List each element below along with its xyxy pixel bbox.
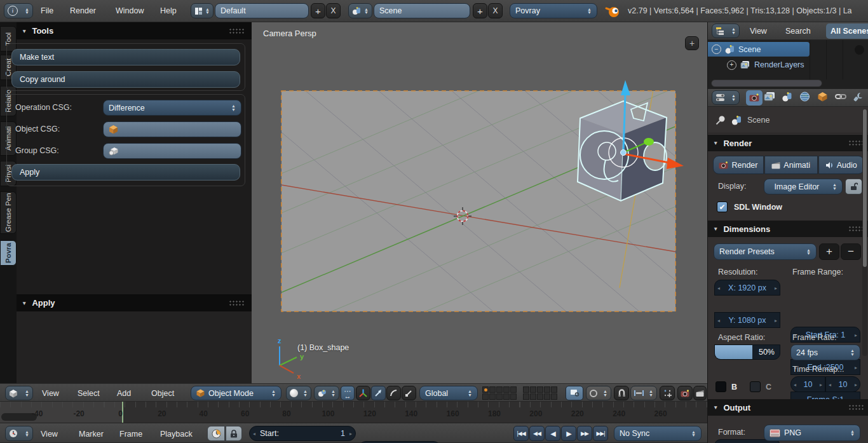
- info-editor-selector[interactable]: i ▲▼: [4, 3, 33, 18]
- menu-file[interactable]: File: [41, 6, 53, 15]
- increment-icon[interactable]: ▸: [775, 285, 777, 290]
- tools-panel-header[interactable]: ▼ Tools: [17, 22, 252, 39]
- sdl-window-row[interactable]: ✔ SDL Window: [717, 201, 782, 212]
- timeline-ruler[interactable]: -40-20 020 4060 80100 120140 160180 2002…: [0, 402, 707, 423]
- tab-render[interactable]: [746, 90, 763, 106]
- opengl-render-anim-button[interactable]: [693, 386, 707, 400]
- operation-csg-dropdown[interactable]: Difference ▲▼: [103, 100, 241, 116]
- snap-element-dropdown[interactable]: ▲▼: [630, 386, 657, 400]
- translate-manipulator-button[interactable]: [371, 386, 386, 400]
- timeline-view-menu[interactable]: View: [41, 430, 58, 439]
- properties-scrollbar-thumb[interactable]: [863, 109, 867, 267]
- resolution-x-field[interactable]: ◂ X: 1920 px ▸: [714, 280, 780, 296]
- next-keyframe-button[interactable]: ▶▶: [577, 426, 592, 441]
- snap-toggle-button[interactable]: [614, 386, 629, 400]
- menu-help[interactable]: Help: [160, 6, 177, 15]
- add-layout-button[interactable]: +: [311, 3, 325, 18]
- render-still-button[interactable]: Render: [713, 156, 764, 174]
- viewport-3d[interactable]: z y x Camera Persp (1) Box_shape +: [252, 22, 707, 383]
- play-reverse-button[interactable]: ◀: [545, 426, 560, 441]
- decrement-icon[interactable]: ◂: [253, 431, 255, 437]
- tab-world[interactable]: [799, 92, 810, 102]
- layer-cell-active[interactable]: [482, 386, 489, 393]
- display-lock-button[interactable]: [845, 179, 862, 194]
- object-menu-3d[interactable]: Object: [151, 389, 174, 398]
- border-checkbox[interactable]: [715, 381, 726, 392]
- crop-checkbox[interactable]: [750, 381, 761, 392]
- tab-grease-pencil[interactable]: Grease Pen: [0, 191, 17, 234]
- remap-new-field[interactable]: ◂ 10 ▸: [825, 376, 860, 392]
- decrement-icon[interactable]: ◂: [829, 381, 831, 387]
- prev-keyframe-button[interactable]: ◀◀: [529, 426, 545, 441]
- add-preset-button[interactable]: +: [819, 243, 839, 260]
- menu-window[interactable]: Window: [116, 6, 144, 15]
- render-panel-header[interactable]: ▼ Render: [708, 135, 868, 151]
- lock-frame-button[interactable]: [226, 426, 242, 441]
- viewport-shading-dropdown[interactable]: ▲▼: [286, 386, 311, 400]
- display-dropdown[interactable]: Image Editor ▲▼: [764, 179, 843, 194]
- screen-layout-selector[interactable]: ▲▼: [191, 3, 214, 18]
- tab-modifiers[interactable]: [853, 92, 864, 102]
- jump-to-end-button[interactable]: ▶▶|: [593, 426, 608, 441]
- resolution-y-field[interactable]: ◂ Y: 1080 px ▸: [714, 312, 780, 328]
- sync-mode-dropdown[interactable]: No Sync ▲▼: [614, 426, 702, 441]
- dimensions-panel-header[interactable]: ▼ Dimensions: [708, 221, 868, 237]
- proportional-edit-dropdown[interactable]: ▲▼: [586, 386, 611, 400]
- remove-preset-button[interactable]: −: [841, 243, 861, 260]
- properties-editor-selector[interactable]: ▲▼: [712, 90, 740, 105]
- layers-group-2[interactable]: [523, 386, 558, 400]
- tab-object[interactable]: [817, 92, 828, 102]
- close-scene-button[interactable]: X: [488, 3, 503, 18]
- scene-name-field[interactable]: Scene: [374, 3, 470, 18]
- tab-constraints[interactable]: [835, 92, 846, 102]
- opengl-render-still-button[interactable]: [677, 386, 693, 400]
- pivot-point-dropdown[interactable]: ▲▼: [314, 386, 339, 400]
- increment-icon[interactable]: ▸: [855, 381, 857, 387]
- timeline-playback-menu[interactable]: Playback: [160, 430, 193, 439]
- select-menu-3d[interactable]: Select: [78, 389, 100, 398]
- scale-manipulator-button[interactable]: [402, 386, 416, 400]
- outliner-row-scene[interactable]: − Scene: [708, 42, 810, 57]
- sdl-checkbox[interactable]: ✔: [717, 201, 728, 212]
- decrement-icon[interactable]: ◂: [717, 317, 720, 323]
- scene-selector[interactable]: ▲▼: [348, 3, 372, 18]
- outliner-view-menu[interactable]: View: [750, 27, 767, 36]
- tab-render-layers[interactable]: [764, 92, 775, 102]
- restrict-render-toggle[interactable]: [855, 45, 864, 55]
- menu-render[interactable]: Render: [70, 6, 96, 15]
- expand-icon[interactable]: +: [727, 60, 736, 70]
- increment-icon[interactable]: ▸: [775, 317, 777, 323]
- tab-scene[interactable]: [782, 92, 792, 102]
- rotate-manipulator-button[interactable]: [386, 386, 401, 400]
- apply-csg-button[interactable]: Apply: [11, 164, 240, 181]
- increment-icon[interactable]: ▸: [855, 364, 857, 370]
- increment-icon[interactable]: ▸: [349, 431, 352, 437]
- timeline-editor-selector[interactable]: ▲▼: [5, 426, 33, 441]
- outliner-editor-selector[interactable]: ▲▼: [712, 24, 740, 38]
- outliner-filter-dropdown[interactable]: All Scenes: [826, 24, 868, 39]
- close-layout-button[interactable]: X: [326, 3, 341, 18]
- increment-icon[interactable]: ▸: [855, 332, 857, 337]
- object-csg-field[interactable]: [103, 121, 241, 137]
- transform-orientation-dropdown[interactable]: Global ▲▼: [419, 386, 478, 400]
- frame-rate-dropdown[interactable]: 24 fps ▲▼: [790, 344, 860, 360]
- render-presets-dropdown[interactable]: Render Presets ▲▼: [714, 243, 817, 260]
- timeline-frame-menu[interactable]: Frame: [119, 430, 142, 439]
- use-preview-range-button[interactable]: [207, 426, 225, 441]
- outliner-search-menu[interactable]: Search: [785, 27, 811, 36]
- lock-to-scene-button[interactable]: [566, 386, 583, 400]
- increment-icon[interactable]: ▸: [820, 381, 822, 387]
- output-panel-header[interactable]: ▼ Output: [708, 399, 868, 416]
- screen-layout-name-field[interactable]: Default: [215, 3, 309, 18]
- view-menu-3d[interactable]: View: [42, 389, 59, 398]
- jump-to-start-button[interactable]: |◀◀: [513, 426, 529, 441]
- region-expand-button[interactable]: +: [685, 36, 699, 50]
- group-csg-field[interactable]: [103, 143, 241, 159]
- tab-povray[interactable]: Povra: [0, 240, 17, 266]
- add-menu-3d[interactable]: Add: [117, 389, 131, 398]
- manipulator-axes-button[interactable]: [356, 386, 370, 400]
- timeline-start-field[interactable]: ◂ Start: 1 ▸: [249, 426, 356, 441]
- outliner-hscrollbar[interactable]: [711, 79, 822, 87]
- timeline-marker-menu[interactable]: Marker: [79, 430, 104, 439]
- outliner-row-renderlayers[interactable]: + RenderLayers: [727, 58, 804, 72]
